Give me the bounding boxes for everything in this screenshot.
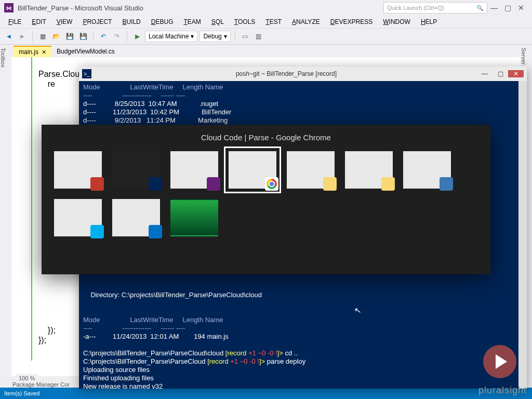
switcher-thumb-yammer[interactable]	[112, 199, 160, 236]
video-play-button[interactable]	[483, 345, 516, 378]
menu-file[interactable]: FILE	[3, 17, 26, 27]
nav-fwd-button[interactable]: ►	[17, 31, 28, 42]
alt-tab-switcher: Cloud Code | Parse - Google Chrome	[42, 125, 490, 274]
ps-close-button[interactable]: ✕	[508, 70, 524, 77]
menu-analyze[interactable]: ANALYZE	[287, 17, 325, 27]
package-manager-console-tab[interactable]: Package Manager Cor	[12, 381, 70, 388]
menu-bar: FILEEDITVIEWPROJECTBUILDDEBUGTEAMSQLTOOL…	[0, 16, 532, 28]
ps-scrollbar[interactable]	[518, 81, 527, 389]
misc-button-1[interactable]: ▭	[240, 31, 251, 42]
rec-icon	[90, 177, 104, 191]
document-tabs: main.js✕BudgetViewModel.cs	[11, 45, 521, 57]
search-icon: 🔍	[476, 5, 484, 11]
redo-button[interactable]: ↷	[111, 31, 123, 42]
open-button[interactable]: 📂	[50, 31, 62, 42]
menu-debug[interactable]: DEBUG	[146, 17, 179, 27]
status-bar: Item(s) Saved	[0, 388, 532, 399]
status-text: Item(s) Saved	[4, 390, 39, 396]
switcher-thumb-visual-studio[interactable]	[170, 151, 218, 189]
switcher-thumb-snipping[interactable]	[403, 151, 451, 189]
tab-budgetviewmodel-cs[interactable]: BudgetViewModel.cs	[51, 46, 120, 57]
powershell-icon: >_	[82, 69, 91, 78]
switcher-thumb-powershell[interactable]	[112, 151, 160, 189]
snip-icon	[440, 177, 453, 191]
chevron-down-icon: ▾	[191, 33, 194, 40]
close-button[interactable]: ✕	[514, 4, 528, 12]
menu-window[interactable]: WINDOW	[378, 17, 416, 27]
switcher-thumb-explorer-2[interactable]	[345, 151, 393, 189]
vs-logo-icon: ⋈	[4, 3, 14, 12]
menu-view[interactable]: VIEW	[51, 17, 78, 27]
toolbar: ◄ ► ▦ 📂 💾 💾 ↶ ↷ ▶ Local Machine▾ Debug▾ …	[0, 28, 532, 45]
quick-launch-placeholder: Quick Launch (Ctrl+Q)	[387, 5, 444, 11]
title-bar: ⋈ BillTender_Parse - Microsoft Visual St…	[0, 0, 532, 16]
menu-sql[interactable]: SQL	[206, 17, 229, 27]
switcher-thumb-desktop[interactable]	[170, 199, 218, 236]
switcher-thumb-skype[interactable]	[54, 199, 102, 236]
skype-icon	[90, 225, 104, 238]
vs-icon	[207, 177, 220, 191]
menu-edit[interactable]: EDIT	[26, 17, 51, 27]
menu-build[interactable]: BUILD	[117, 17, 145, 27]
menu-test[interactable]: TEST	[260, 17, 287, 27]
misc-button-2[interactable]: ▥	[253, 31, 264, 42]
tab-main-js[interactable]: main.js✕	[14, 46, 51, 57]
nav-back-button[interactable]: ◄	[3, 31, 15, 42]
menu-team[interactable]: TEAM	[178, 17, 206, 27]
ps-minimize-button[interactable]: —	[477, 70, 493, 77]
save-all-button[interactable]: 💾	[77, 31, 89, 42]
start-target-dropdown[interactable]: Local Machine▾	[145, 31, 197, 42]
yammer-icon	[149, 225, 162, 238]
folder-icon	[381, 177, 395, 191]
minimize-button[interactable]: —	[487, 4, 501, 12]
save-button[interactable]: 💾	[64, 31, 75, 42]
config-dropdown[interactable]: Debug▾	[200, 31, 230, 42]
start-button[interactable]: ▶	[131, 31, 143, 42]
switcher-caption: Cloud Code | Parse - Google Chrome	[54, 133, 478, 142]
undo-button[interactable]: ↶	[98, 31, 109, 42]
new-project-button[interactable]: ▦	[37, 31, 48, 42]
quick-launch-input[interactable]: Quick Launch (Ctrl+Q) 🔍	[383, 2, 487, 14]
ps-maximize-button[interactable]: ▢	[493, 70, 508, 77]
switcher-thumb-chrome-parse[interactable]	[229, 151, 276, 189]
ps-icon	[149, 177, 162, 191]
tab-close-icon[interactable]: ✕	[42, 49, 46, 56]
switcher-thumbnails	[54, 151, 478, 236]
menu-project[interactable]: PROJECT	[77, 17, 117, 27]
toolbox-panel-tab[interactable]: Toolbox	[0, 45, 11, 383]
folder-icon	[323, 177, 337, 191]
powershell-title: posh~git ~ BillTender_Parse [record]	[96, 70, 477, 77]
editor-gutter	[11, 57, 30, 376]
menu-devexpress[interactable]: DEVEXPRESS	[325, 17, 378, 27]
switcher-thumb-recording[interactable]	[54, 151, 102, 189]
switcher-thumb-explorer-1[interactable]	[287, 151, 335, 189]
pluralsight-watermark: pluralsight	[478, 385, 527, 396]
powershell-title-bar[interactable]: >_ posh~git ~ BillTender_Parse [record] …	[79, 66, 527, 81]
maximize-button[interactable]: ▢	[501, 4, 514, 12]
menu-help[interactable]: HELP	[416, 17, 442, 27]
chevron-down-icon: ▾	[224, 33, 227, 40]
window-title: BillTender_Parse - Microsoft Visual Stud…	[18, 4, 143, 12]
menu-tools[interactable]: TOOLS	[229, 17, 260, 27]
